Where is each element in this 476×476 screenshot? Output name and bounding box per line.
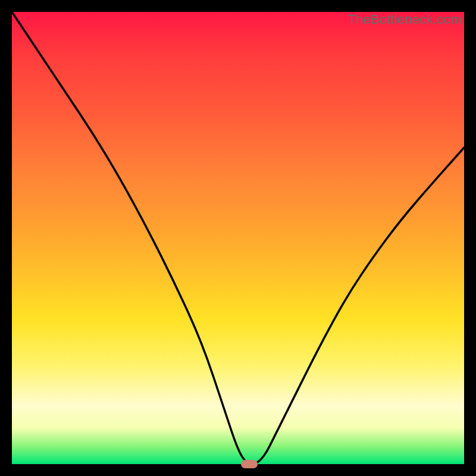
optimum-marker bbox=[241, 460, 258, 468]
bottleneck-curve bbox=[12, 12, 464, 464]
chart-frame: TheBottleneck.com bbox=[0, 0, 476, 476]
curve-path bbox=[12, 12, 464, 464]
plot-area: TheBottleneck.com bbox=[12, 12, 464, 464]
